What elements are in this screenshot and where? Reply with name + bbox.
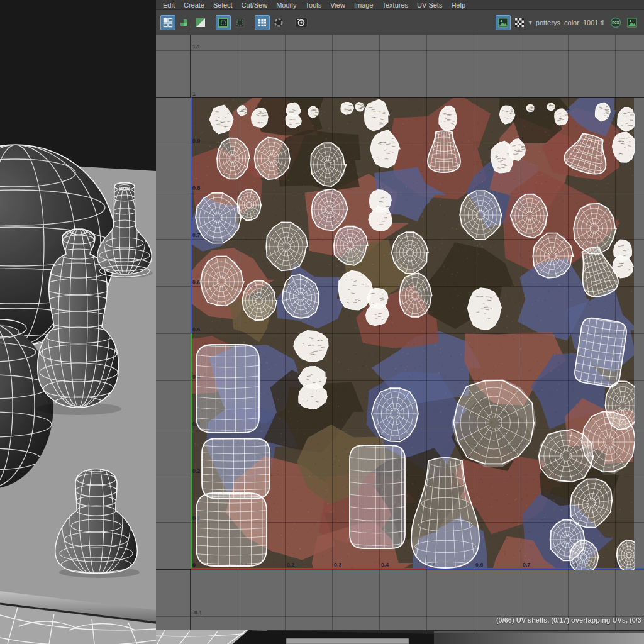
checker-toggle-icon[interactable] <box>512 15 527 30</box>
menu-cut-sew[interactable]: Cut/Sew <box>237 1 272 9</box>
image-border-icon[interactable] <box>232 15 247 30</box>
menu-edit[interactable]: Edit <box>158 1 179 9</box>
image-range-icon[interactable] <box>625 15 640 30</box>
menu-uv-sets[interactable]: UV Sets <box>413 1 447 9</box>
texture-image-toggle-icon[interactable] <box>496 15 511 30</box>
tile-layout-icon[interactable] <box>160 15 175 30</box>
shade-uvs-icon[interactable] <box>271 15 286 30</box>
image-display-icon[interactable] <box>216 15 231 30</box>
split-view-icon[interactable] <box>193 15 208 30</box>
uv-editor-menubar: Edit Create Select Cut/Sew Modify Tools … <box>156 0 644 10</box>
uv-snapshot-icon[interactable] <box>294 15 309 30</box>
menu-select[interactable]: Select <box>209 1 237 9</box>
bottom-strip <box>156 630 644 644</box>
uv-editor-toolbar: ▾ potterys_color_1001.ti RGB <box>156 10 644 35</box>
menu-view[interactable]: View <box>326 1 350 9</box>
menu-textures[interactable]: Textures <box>377 1 413 9</box>
chevron-down-icon[interactable]: ▾ <box>529 19 532 26</box>
uv-editor-canvas[interactable] <box>156 35 644 630</box>
toolbar-right-group: ▾ potterys_color_1001.ti RGB <box>495 15 640 30</box>
shell-stack-icon[interactable] <box>177 15 192 30</box>
menu-help[interactable]: Help <box>447 1 470 9</box>
texture-name-field[interactable]: potterys_color_1001.ti <box>536 19 604 26</box>
uv-texture-editor-panel: Edit Create Select Cut/Sew Modify Tools … <box>156 0 644 630</box>
maya-uv-editor-window: Edit Create Select Cut/Sew Modify Tools … <box>0 0 644 644</box>
rgb-channels-icon[interactable]: RGB <box>608 15 623 30</box>
menu-image[interactable]: Image <box>350 1 378 9</box>
menu-tools[interactable]: Tools <box>301 1 326 9</box>
svg-text:RGB: RGB <box>612 21 619 25</box>
menu-create[interactable]: Create <box>179 1 209 9</box>
uv-shell-status-text: (0/66) UV shells, (0/17) overlapping UVs… <box>496 616 641 624</box>
pixel-snap-icon[interactable] <box>255 15 270 30</box>
menu-modify[interactable]: Modify <box>272 1 301 9</box>
